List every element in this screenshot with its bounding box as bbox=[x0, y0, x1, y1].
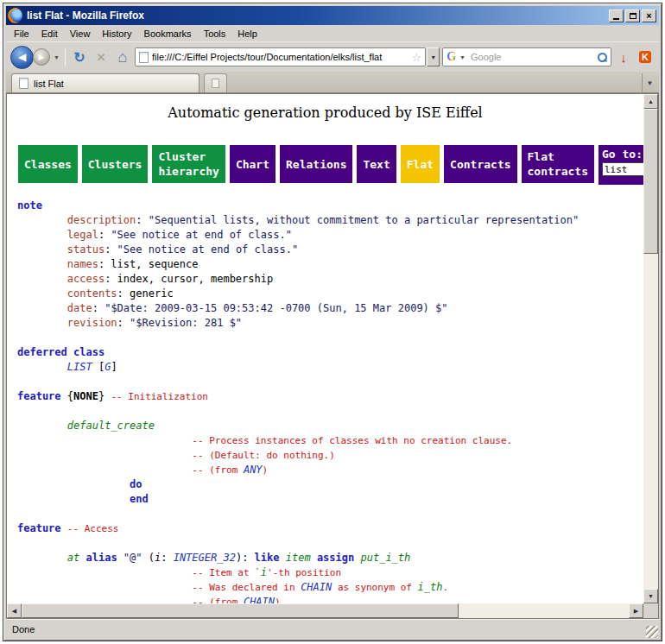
vertical-scroll-thumb[interactable] bbox=[643, 109, 658, 254]
menu-bookmarks[interactable]: Bookmarks bbox=[138, 27, 198, 41]
stop-button[interactable]: ✕ bbox=[92, 47, 111, 67]
minimize-button[interactable] bbox=[609, 9, 624, 22]
horizontal-scroll-track[interactable] bbox=[22, 603, 629, 618]
nav-cluster-hierarchy[interactable]: Cluster hierarchy bbox=[152, 145, 225, 183]
code-token: : bbox=[98, 229, 111, 241]
scroll-down-button[interactable]: ▼ bbox=[643, 589, 658, 603]
code-link[interactable]: INTEGER_32 bbox=[174, 552, 236, 564]
code-line bbox=[17, 331, 643, 345]
list-all-tabs-button[interactable]: ▼ bbox=[642, 73, 657, 92]
code-link[interactable]: at bbox=[67, 552, 79, 564]
address-bar[interactable]: file:///C:/Eiffel Projects/tour/Document… bbox=[135, 47, 426, 66]
menubar: FileEditViewHistoryBookmarksToolsHelp bbox=[6, 25, 659, 42]
search-engine-dropdown[interactable]: ▼ bbox=[459, 54, 466, 60]
code-token: note bbox=[17, 199, 42, 212]
maximize-button[interactable] bbox=[625, 9, 640, 22]
code-link[interactable]: i_th bbox=[418, 581, 443, 593]
home-button[interactable]: ⌂ bbox=[113, 47, 132, 67]
code-link[interactable]: i bbox=[261, 566, 267, 578]
code-token: "See notice at end of class." bbox=[117, 243, 299, 256]
nav-flat[interactable]: Flat bbox=[401, 145, 440, 183]
address-dropdown-button[interactable]: ▼ bbox=[427, 47, 440, 66]
code-line bbox=[17, 404, 643, 419]
code-token: contents bbox=[67, 287, 117, 300]
titlebar[interactable]: list Flat - Mozilla Firefox × bbox=[6, 6, 659, 25]
resize-grip[interactable] bbox=[646, 626, 658, 638]
close-button[interactable]: × bbox=[642, 9, 656, 22]
code-line bbox=[17, 536, 643, 551]
nav-relations[interactable]: Relations bbox=[280, 145, 352, 183]
code-token: do bbox=[130, 478, 142, 490]
code-token: . bbox=[443, 582, 449, 593]
menu-history[interactable]: History bbox=[96, 27, 137, 41]
code-token: legal bbox=[67, 229, 98, 241]
doc-nav: ClassesClustersCluster hierarchyChartRel… bbox=[18, 145, 643, 185]
vertical-scrollbar[interactable]: ▲ ▼ bbox=[643, 94, 658, 603]
code-line: default_create bbox=[17, 419, 643, 433]
scroll-up-icon: ▲ bbox=[648, 98, 654, 104]
code-link[interactable]: default_create bbox=[67, 420, 155, 432]
scroll-up-button[interactable]: ▲ bbox=[643, 94, 658, 109]
menu-edit[interactable]: Edit bbox=[35, 27, 64, 41]
code-link[interactable]: LIST bbox=[67, 361, 92, 373]
code-link[interactable]: ANY bbox=[244, 464, 263, 476]
nav-chart[interactable]: Chart bbox=[230, 145, 276, 183]
nav-text[interactable]: Text bbox=[357, 145, 396, 183]
code-line: feature -- Access bbox=[17, 521, 643, 536]
code-token bbox=[17, 566, 192, 578]
code-line: -- Item at `i'-th position bbox=[17, 565, 643, 580]
code-token: '-th position bbox=[267, 567, 341, 578]
nav-flat-contracts[interactable]: Flat contracts bbox=[522, 145, 594, 183]
code-token: feature bbox=[17, 522, 61, 534]
search-input[interactable] bbox=[469, 51, 595, 63]
scroll-right-button[interactable]: ▶ bbox=[629, 603, 643, 618]
goto-input[interactable] bbox=[602, 162, 643, 176]
close-icon: × bbox=[646, 11, 651, 21]
code-link[interactable]: put_i_th bbox=[360, 552, 410, 564]
code-token bbox=[311, 552, 317, 564]
search-magnifier-icon[interactable] bbox=[598, 53, 607, 62]
history-dropdown-button[interactable]: ▼ bbox=[53, 54, 60, 60]
extension-button[interactable]: K bbox=[636, 47, 655, 67]
scroll-left-button[interactable]: ◀ bbox=[7, 603, 22, 618]
extension-k-icon: K bbox=[639, 51, 651, 63]
menu-file[interactable]: File bbox=[8, 27, 35, 41]
menu-view[interactable]: View bbox=[64, 27, 97, 41]
download-arrow-icon: ↓ bbox=[620, 50, 627, 65]
nav-contracts[interactable]: Contracts bbox=[444, 145, 516, 183]
tab-list-flat[interactable]: list Flat bbox=[11, 73, 200, 92]
bookmark-star-icon[interactable]: ☆ bbox=[412, 51, 422, 64]
download-button[interactable]: ↓ bbox=[614, 47, 633, 67]
code-link[interactable]: item bbox=[286, 552, 311, 564]
horizontal-scroll-thumb[interactable] bbox=[22, 603, 459, 618]
code-line: feature {NONE} -- Initialization bbox=[17, 389, 643, 404]
firefox-window: list Flat - Mozilla Firefox × FileEditVi… bbox=[3, 3, 662, 641]
forward-button[interactable]: ▶ bbox=[33, 48, 50, 66]
back-button[interactable]: ◀ bbox=[10, 46, 34, 69]
code-line: status: "See notice at end of class." bbox=[17, 243, 643, 257]
nav-clusters[interactable]: Clusters bbox=[82, 145, 149, 183]
code-token: -- Process instances of classes with no … bbox=[192, 435, 512, 446]
new-tab-button[interactable] bbox=[204, 73, 227, 92]
code-listing: note description: "Sequential lists, wit… bbox=[17, 199, 643, 603]
code-token bbox=[117, 552, 124, 564]
search-box[interactable]: G ▼ bbox=[442, 47, 611, 66]
goto-label: Go to: bbox=[602, 148, 643, 161]
code-token bbox=[17, 361, 67, 373]
code-line: end bbox=[17, 492, 643, 507]
code-token: "$Revision: 281 $" bbox=[130, 317, 242, 329]
reload-button[interactable]: ↻ bbox=[70, 47, 89, 67]
horizontal-scrollbar[interactable]: ◀ ▶ bbox=[7, 603, 643, 618]
code-line: contents: generic bbox=[17, 287, 643, 301]
address-text[interactable]: file:///C:/Eiffel Projects/tour/Document… bbox=[152, 52, 408, 62]
nav-classes[interactable]: Classes bbox=[18, 145, 78, 183]
menu-help[interactable]: Help bbox=[231, 27, 263, 41]
code-token bbox=[17, 420, 67, 432]
code-line: deferred class bbox=[17, 345, 643, 360]
menu-tools[interactable]: Tools bbox=[198, 27, 232, 41]
vertical-scroll-track[interactable] bbox=[643, 109, 658, 589]
code-link[interactable]: CHAIN bbox=[244, 596, 275, 603]
code-line: date: "$Date: 2009-03-15 09:53:42 -0700 … bbox=[17, 301, 643, 316]
code-token bbox=[17, 478, 130, 490]
code-link[interactable]: CHAIN bbox=[301, 581, 332, 593]
